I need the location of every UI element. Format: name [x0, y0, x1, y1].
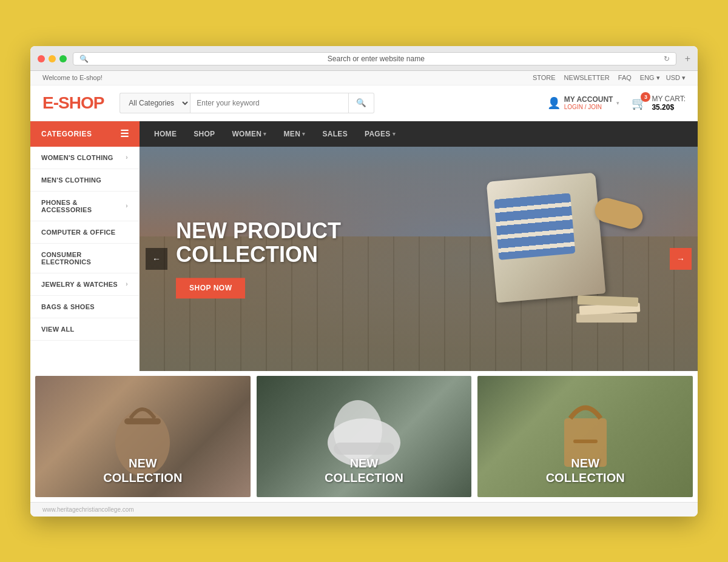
- header-right: 👤 MY ACCOUNT LOGIN / JOIN ▾ 🛒 3 MY CART:…: [547, 95, 686, 112]
- navbar: CATEGORIES ☰ HOME SHOP WOMEN ▾ MEN ▾ SAL…: [30, 121, 698, 147]
- logo-text: SHOP: [58, 93, 104, 112]
- search-button[interactable]: 🔍: [349, 93, 374, 113]
- store-link[interactable]: STORE: [533, 74, 556, 81]
- sidebar-item-phones[interactable]: PHONES & ACCESSORIES ›: [30, 192, 139, 221]
- promo-section: NEW COLLECTION NEW COLLECTION: [30, 371, 698, 502]
- nav-links: HOME SHOP WOMEN ▾ MEN ▾ SALES PAGES ▾: [140, 121, 410, 147]
- nav-item-women[interactable]: WOMEN ▾: [223, 121, 275, 147]
- sidebar-item-bags[interactable]: BAGS & SHOES: [30, 296, 139, 318]
- address-bar[interactable]: 🔍 Search or enter website name ↻: [73, 52, 676, 65]
- men-caret: ▾: [302, 131, 305, 137]
- hero-background: NEW PRODUCT COLLECTION SHOP NOW ← →: [140, 147, 698, 371]
- currency-selector[interactable]: USD ▾: [666, 74, 686, 82]
- sidebar-item-womens-clothing[interactable]: WOMEN'S CLOTHING ›: [30, 147, 139, 169]
- welcome-text: Welcome to E-shop!: [42, 74, 103, 81]
- cart-badge: 3: [641, 92, 650, 102]
- search-area: All Categories 🔍: [120, 93, 374, 113]
- faq-link[interactable]: FAQ: [618, 74, 632, 81]
- search-input[interactable]: [190, 93, 349, 113]
- login-join-link[interactable]: LOGIN / JOIN: [564, 104, 613, 110]
- promo-card-2[interactable]: NEW COLLECTION: [257, 376, 472, 497]
- pages-caret: ▾: [393, 131, 396, 137]
- svg-rect-1: [124, 418, 161, 424]
- top-bar: Welcome to E-shop! STORE NEWSLETTER FAQ …: [30, 71, 698, 85]
- add-tab-button[interactable]: +: [685, 53, 690, 64]
- promo-title-2: NEW COLLECTION: [257, 456, 472, 485]
- sidebar-item-mens-clothing[interactable]: MEN'S CLOTHING: [30, 169, 139, 192]
- cart-icon-wrap: 🛒 3: [632, 96, 647, 110]
- nav-item-shop[interactable]: SHOP: [185, 121, 223, 147]
- cart-label: MY CART:: [652, 95, 686, 103]
- women-caret: ▾: [263, 131, 266, 137]
- hero-decoration: [479, 165, 649, 347]
- sidebar-item-electronics[interactable]: CONSUMER ELECTRONICS: [30, 244, 139, 273]
- close-button[interactable]: [38, 55, 45, 62]
- sidebar: WOMEN'S CLOTHING › MEN'S CLOTHING PHONES…: [30, 147, 140, 371]
- cart-section[interactable]: 🛒 3 MY CART: 35.20$: [632, 95, 686, 112]
- hero-overlay: NEW PRODUCT COLLECTION SHOP NOW: [176, 219, 341, 298]
- svg-rect-6: [573, 440, 598, 443]
- nav-item-men[interactable]: MEN ▾: [275, 121, 314, 147]
- logo-accent: E-: [42, 93, 58, 112]
- maximize-button[interactable]: [59, 55, 67, 62]
- nav-item-pages[interactable]: PAGES ▾: [356, 121, 404, 147]
- chevron-right-icon-2: ›: [126, 202, 128, 209]
- promo-overlay-1: NEW COLLECTION: [35, 456, 251, 485]
- hero-prev-button[interactable]: ←: [146, 248, 167, 270]
- traffic-lights: [38, 55, 67, 62]
- chevron-right-icon-3: ›: [126, 281, 128, 287]
- hamburger-icon: ☰: [120, 128, 129, 139]
- promo-title-3: NEW COLLECTION: [477, 456, 693, 485]
- book3: [578, 295, 638, 306]
- browser-chrome: 🔍 Search or enter website name ↻ +: [30, 46, 698, 71]
- logo[interactable]: E-SHOP: [42, 93, 104, 113]
- sunglasses-decoration: [592, 195, 645, 231]
- hero-next-button[interactable]: →: [670, 248, 692, 270]
- cart-total: 35.20$: [652, 103, 686, 112]
- account-section[interactable]: 👤 MY ACCOUNT LOGIN / JOIN ▾: [547, 95, 620, 110]
- promo-title-1: NEW COLLECTION: [35, 456, 251, 485]
- categories-label: CATEGORIES: [41, 130, 92, 138]
- search-icon: 🔍: [79, 55, 89, 63]
- promo-overlay-3: NEW COLLECTION: [477, 456, 693, 485]
- nav-item-home[interactable]: HOME: [146, 121, 185, 147]
- lang-currency: ENG ▾ USD ▾: [640, 74, 686, 82]
- account-dropdown-icon: ▾: [616, 100, 619, 106]
- sidebar-item-view-all[interactable]: VIEW ALL: [30, 318, 139, 341]
- reload-icon: ↻: [664, 55, 670, 63]
- account-icon: 👤: [547, 96, 561, 110]
- main-content: WOMEN'S CLOTHING › MEN'S CLOTHING PHONES…: [30, 147, 698, 371]
- hero-slider: NEW PRODUCT COLLECTION SHOP NOW ← →: [140, 147, 698, 371]
- bag-stripe: [494, 193, 575, 260]
- books-decoration: [576, 274, 649, 323]
- hero-title: NEW PRODUCT COLLECTION: [176, 219, 341, 267]
- minimize-button[interactable]: [49, 55, 56, 62]
- promo-overlay-2: NEW COLLECTION: [257, 456, 472, 485]
- browser-window: 🔍 Search or enter website name ↻ + Welco…: [30, 46, 698, 517]
- categories-button[interactable]: CATEGORIES ☰: [30, 121, 140, 147]
- promo-card-3[interactable]: NEW COLLECTION: [477, 376, 693, 497]
- sidebar-item-jewelry[interactable]: JEWELRY & WATCHES ›: [30, 273, 139, 296]
- nav-item-sales[interactable]: SALES: [314, 121, 356, 147]
- top-bar-links: STORE NEWSLETTER FAQ ENG ▾ USD ▾: [533, 74, 686, 82]
- sidebar-item-computer[interactable]: COMPUTER & OFFICE: [30, 221, 139, 244]
- account-label: MY ACCOUNT: [564, 95, 613, 104]
- svg-rect-4: [334, 443, 394, 455]
- category-select[interactable]: All Categories: [120, 93, 190, 113]
- newsletter-link[interactable]: NEWSLETTER: [564, 74, 610, 81]
- footer-bar: www.heritagechristiancollege.com: [30, 502, 698, 517]
- language-selector[interactable]: ENG ▾: [640, 74, 660, 82]
- promo-card-1[interactable]: NEW COLLECTION: [35, 376, 251, 497]
- shop-now-button[interactable]: SHOP NOW: [176, 278, 245, 298]
- address-text: Search or enter website name: [92, 55, 660, 63]
- chevron-right-icon: ›: [126, 154, 128, 161]
- header: E-SHOP All Categories 🔍 👤 MY ACCOUNT LOG…: [30, 85, 698, 121]
- footer-url: www.heritagechristiancollege.com: [42, 506, 134, 513]
